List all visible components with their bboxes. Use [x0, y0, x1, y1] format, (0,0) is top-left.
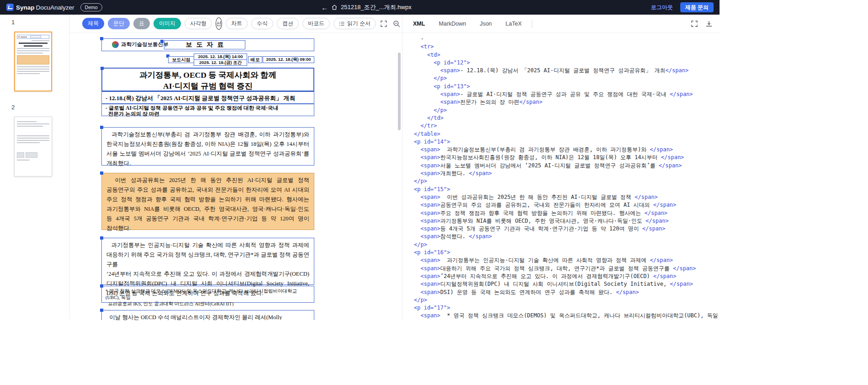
- region-marker-icon: [100, 126, 103, 129]
- download-icon[interactable]: [705, 20, 713, 28]
- logout-link[interactable]: 로그아웃: [651, 4, 673, 11]
- press-header-box[interactable]: 과학기술정보통신부 보도자료: [101, 38, 314, 51]
- region-marker-icon: [100, 309, 103, 312]
- page-item-1: 1: [0, 19, 69, 91]
- page-thumbnail-2[interactable]: [14, 117, 52, 176]
- back-arrow-icon[interactable]: ←: [321, 4, 328, 11]
- tab-markdown[interactable]: MarkDown: [439, 21, 466, 27]
- ministry-logo-icon: [112, 41, 119, 48]
- page-sidebar: 1: [0, 15, 69, 320]
- synap-logo-icon: [6, 4, 14, 11]
- document-title-box[interactable]: 과기정통부, OECD 등 국제사회와 함께AI·디지털 규범 협력 증진: [101, 68, 314, 91]
- file-info: ← 251218_조간_...개최.hwpx: [321, 0, 412, 15]
- thumbnail-mini-header: [17, 35, 49, 39]
- tag-button-line[interactable]: 선: [216, 17, 222, 30]
- bullet-2[interactable]: - 글로벌 AI·디지털 정책 공동연구 성과 공유 및 주요 쟁점에 대한 국…: [101, 104, 314, 116]
- tag-button-reading-order[interactable]: 읽기 순서: [333, 18, 376, 29]
- region-marker-icon: [100, 171, 103, 175]
- mini-image-block: [17, 152, 24, 158]
- region-marker-icon: [101, 67, 104, 70]
- bullet-1[interactable]: - 12.18.(목) 강남서 「2025 AI·디지털 글로벌 정책연구 성과…: [101, 91, 314, 104]
- tag-button-paragraph[interactable]: 문단: [108, 18, 130, 29]
- zoom-out-icon[interactable]: [392, 20, 401, 28]
- mini-press-box: [30, 36, 41, 38]
- page-number: 1: [0, 19, 69, 26]
- brand-name-docuanalyzer: DocuAnalyzer: [36, 4, 74, 11]
- ministry-name: 과학기술정보통신부: [112, 41, 169, 48]
- document-viewer: 과학기술정보통신부 보도자료 보도시점 2025. 12. 18.(목) 14:…: [69, 33, 402, 320]
- tab-json[interactable]: Json: [480, 21, 492, 27]
- release-time-value[interactable]: 2025. 12. 18.(목) 14:00 2025. 12. 19.(금) …: [194, 53, 247, 66]
- product-inquiry-button[interactable]: 제품 문의: [680, 2, 714, 12]
- page-number: 2: [0, 104, 69, 111]
- output-tabbar: XML MarkDown Json LaTeX: [402, 15, 720, 33]
- region-marker-icon: [100, 284, 103, 288]
- tag-button-image[interactable]: 이미지: [153, 18, 181, 29]
- paragraph-1[interactable]: 과학기술정보통신부(부총리 겸 과기정통부 장관 배경훈, 이하 과기정통부)와…: [101, 127, 314, 166]
- tab-divider: [532, 20, 532, 28]
- expand-icon[interactable]: [690, 20, 699, 28]
- distribute-value[interactable]: 2025. 12. 18.(목) 09:00: [263, 56, 314, 63]
- app-window: Synap DocuAnalyzer Demo ← 251218_조간_...개…: [0, 0, 720, 320]
- mini-image-block: [26, 152, 37, 158]
- tag-button-rectangle[interactable]: 사각형: [185, 18, 212, 29]
- press-release-title-box[interactable]: 보도자료: [164, 40, 245, 49]
- fullscreen-icon[interactable]: [380, 20, 388, 28]
- tag-button-barcode[interactable]: 바코드: [302, 18, 330, 29]
- mini-highlight-block: [17, 55, 49, 64]
- footnote[interactable]: * 영국 정책 싱크탱크 데모스(DEMOS) 및 옥스퍼드대학교, 캐나다 브…: [101, 286, 314, 303]
- page-item-2: 2: [0, 104, 69, 176]
- document-filename: 251218_조간_...개최.hwpx: [341, 3, 412, 11]
- paragraph-3[interactable]: 과기정통부는 인공지능·디지털 기술 확산에 따른 사회적 영향과 정책 과제에…: [101, 238, 314, 285]
- mini-logo-dot: [18, 36, 20, 37]
- page-thumbnail-1[interactable]: [14, 32, 52, 91]
- output-controls: [690, 20, 713, 28]
- tab-xml[interactable]: XML: [413, 21, 425, 27]
- reading-order-icon: [339, 21, 345, 27]
- tag-button-formula[interactable]: 수식: [251, 18, 273, 29]
- xml-code[interactable]: · <tr> <td> <p id="12"> <span>- 12.18.(목…: [402, 33, 720, 320]
- vertical-scrollbar[interactable]: [398, 37, 401, 316]
- tag-button-table[interactable]: 표: [133, 18, 150, 29]
- mini-header-bar: [21, 37, 27, 37]
- brand[interactable]: Synap DocuAnalyzer Demo: [0, 3, 102, 11]
- region-marker-icon: [160, 40, 164, 43]
- annotation-toolbar: 제목 문단 표 이미지 사각형 선 차트 수식 캡션 바코드 읽기 순서: [69, 15, 402, 33]
- tab-latex[interactable]: LaTeX: [506, 21, 522, 27]
- paragraph-4[interactable]: 이날 행사는 OECD 수석 애널리스트이자 경제학자인 몰리 레셔(Molly: [101, 310, 314, 320]
- brand-name-synap: Synap: [16, 4, 35, 11]
- demo-badge: Demo: [80, 3, 102, 11]
- main-area: 1: [0, 15, 720, 320]
- output-panel: XML MarkDown Json LaTeX · <tr> <td> <p i…: [402, 15, 720, 320]
- document-panel: 제목 문단 표 이미지 사각형 선 차트 수식 캡션 바코드 읽기 순서: [69, 15, 402, 320]
- region-marker-icon: [100, 37, 103, 40]
- highlighted-paragraph[interactable]: 이번 성과공유회는 2025년 한 해 동안 추진된 AI·디지털 글로벌 정책…: [101, 173, 314, 230]
- scrollbar-thumb[interactable]: [398, 53, 401, 130]
- release-time-label[interactable]: 보도시점: [168, 56, 194, 63]
- distribute-label[interactable]: 배포: [248, 56, 262, 63]
- reading-order-label: 읽기 순서: [347, 20, 370, 27]
- tag-button-chart[interactable]: 차트: [226, 18, 248, 29]
- tag-button-title[interactable]: 제목: [82, 18, 104, 29]
- region-marker-icon: [100, 236, 103, 240]
- topbar-right: 로그아웃 제품 문의: [651, 2, 720, 12]
- document-title: 과기정통부, OECD 등 국제사회와 함께AI·디지털 규범 협력 증진: [102, 70, 313, 91]
- topbar: Synap DocuAnalyzer Demo ← 251218_조간_...개…: [0, 0, 720, 15]
- tag-button-caption[interactable]: 캡션: [277, 18, 299, 29]
- home-icon[interactable]: [331, 4, 338, 11]
